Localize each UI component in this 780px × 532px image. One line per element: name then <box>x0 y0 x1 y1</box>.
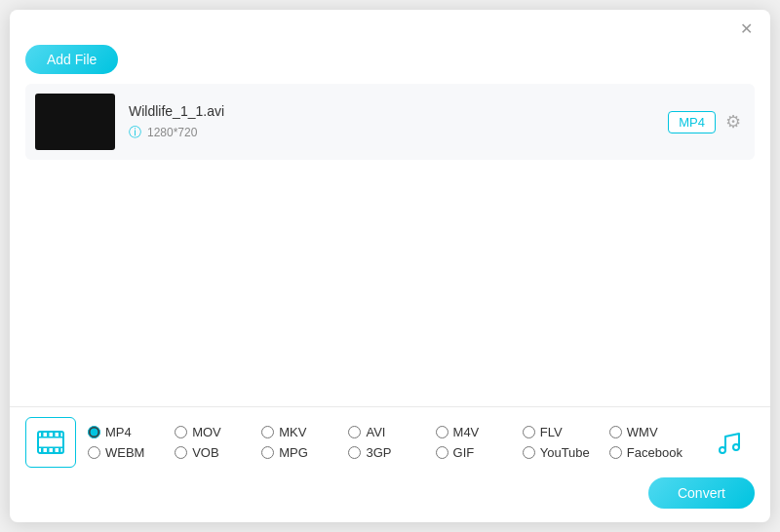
file-thumbnail <box>35 94 115 150</box>
format-label-3gp: 3GP <box>366 445 391 460</box>
format-label-webm: WEBM <box>105 445 144 460</box>
format-label-mp4: MP4 <box>105 425 132 439</box>
format-radio-flv[interactable] <box>523 426 535 438</box>
file-info: Wildlife_1_1.avi ⓘ 1280*720 <box>129 103 654 141</box>
file-item: Wildlife_1_1.avi ⓘ 1280*720 MP4 ⚙ <box>25 84 755 160</box>
svg-rect-1 <box>38 437 63 438</box>
format-option-3gp[interactable]: 3GP <box>348 445 435 460</box>
format-radio-mp4[interactable] <box>88 426 100 438</box>
format-grid: MP4 MOV MKV AVI M4V FLV <box>88 425 696 460</box>
svg-rect-8 <box>47 448 50 453</box>
format-option-vob[interactable]: VOB <box>175 445 261 460</box>
music-icon-box[interactable] <box>704 417 755 468</box>
title-bar: ✕ <box>10 10 770 39</box>
format-radio-facebook[interactable] <box>609 446 622 459</box>
format-radio-avi[interactable] <box>348 426 361 438</box>
format-label-avi: AVI <box>366 425 385 439</box>
svg-rect-6 <box>58 432 61 437</box>
format-option-webm[interactable]: WEBM <box>88 445 175 460</box>
format-label-mpg: MPG <box>279 445 308 460</box>
format-radio-mpg[interactable] <box>261 446 274 459</box>
format-label-mov: MOV <box>192 425 221 439</box>
svg-rect-7 <box>41 448 44 453</box>
format-radio-m4v[interactable] <box>436 426 448 438</box>
format-label-vob: VOB <box>192 445 218 460</box>
format-option-m4v[interactable]: M4V <box>436 425 523 439</box>
svg-point-11 <box>720 447 725 453</box>
format-radio-youtube[interactable] <box>523 446 535 459</box>
format-option-mov[interactable]: MOV <box>175 425 261 439</box>
format-radio-webm[interactable] <box>88 446 100 459</box>
file-list: Wildlife_1_1.avi ⓘ 1280*720 MP4 ⚙ <box>10 84 770 406</box>
format-radio-vob[interactable] <box>175 446 187 459</box>
format-label-wmv: WMV <box>627 425 658 439</box>
convert-button[interactable]: Convert <box>648 477 755 509</box>
file-name: Wildlife_1_1.avi <box>129 103 654 119</box>
film-icon <box>36 428 65 457</box>
format-option-mkv[interactable]: MKV <box>261 425 348 439</box>
file-actions: MP4 ⚙ <box>668 111 741 133</box>
footer: Convert <box>10 468 770 522</box>
format-radio-wmv[interactable] <box>609 426 622 438</box>
format-radio-gif[interactable] <box>436 446 448 459</box>
svg-rect-2 <box>38 447 63 449</box>
svg-point-12 <box>733 444 739 450</box>
svg-rect-10 <box>58 448 61 453</box>
format-option-avi[interactable]: AVI <box>348 425 435 439</box>
file-resolution: 1280*720 <box>147 126 197 139</box>
svg-rect-3 <box>41 432 44 437</box>
format-label-facebook: Facebook <box>627 445 682 460</box>
add-file-button[interactable]: Add File <box>25 45 118 74</box>
format-label-youtube: YouTube <box>540 445 590 460</box>
format-option-wmv[interactable]: WMV <box>609 425 696 439</box>
format-label-gif: GIF <box>453 445 475 460</box>
format-option-youtube[interactable]: YouTube <box>523 445 609 460</box>
format-option-gif[interactable]: GIF <box>436 445 523 460</box>
svg-rect-4 <box>47 432 50 437</box>
format-label-mkv: MKV <box>279 425 306 439</box>
settings-icon[interactable]: ⚙ <box>725 111 741 133</box>
format-badge[interactable]: MP4 <box>668 111 716 133</box>
toolbar: Add File <box>10 39 770 84</box>
svg-rect-9 <box>53 448 56 453</box>
info-icon: ⓘ <box>129 124 141 141</box>
music-note-icon <box>714 427 745 458</box>
format-option-mpg[interactable]: MPG <box>261 445 348 460</box>
main-window: ✕ Add File Wildlife_1_1.avi ⓘ 1280*720 M… <box>10 10 770 522</box>
format-icon-box[interactable] <box>25 417 76 468</box>
format-radio-mkv[interactable] <box>261 426 274 438</box>
format-label-flv: FLV <box>540 425 563 439</box>
format-label-m4v: M4V <box>453 425 480 439</box>
bottom-panel: MP4 MOV MKV AVI M4V FLV <box>10 406 770 468</box>
svg-rect-5 <box>53 432 56 437</box>
format-option-mp4[interactable]: MP4 <box>88 425 175 439</box>
format-radio-3gp[interactable] <box>348 446 361 459</box>
format-option-facebook[interactable]: Facebook <box>609 445 696 460</box>
close-button[interactable]: ✕ <box>736 19 757 39</box>
format-option-flv[interactable]: FLV <box>523 425 609 439</box>
file-meta: ⓘ 1280*720 <box>129 124 654 141</box>
format-radio-mov[interactable] <box>175 426 187 438</box>
